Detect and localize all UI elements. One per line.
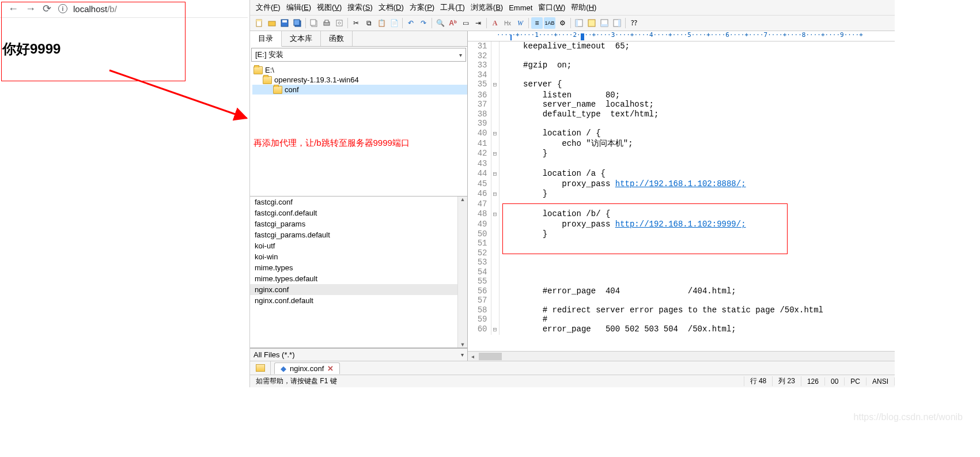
code-line[interactable]: proxy_pass http://192.168.1.102:8888/; — [499, 179, 823, 189]
code-line[interactable]: } — [499, 229, 823, 239]
doc-tab-nginx-conf[interactable]: ◆ nginx.conf ✕ — [274, 362, 340, 374]
code-line[interactable] — [499, 119, 823, 129]
clipboard-icon[interactable]: 📄 — [388, 17, 400, 29]
fold-toggle[interactable]: ⊟ — [491, 149, 499, 160]
menu-item[interactable]: 视图(V) — [315, 1, 344, 14]
code-line[interactable]: echo "访问本机"; — [499, 139, 823, 149]
fold-toggle[interactable]: ⊟ — [491, 324, 499, 335]
settings-icon[interactable]: ⚙ — [557, 17, 568, 29]
word-icon[interactable]: W — [514, 17, 526, 29]
code-line[interactable] — [499, 159, 823, 169]
cut-icon[interactable]: ✂ — [350, 17, 362, 29]
toolbar[interactable]: ✂ ⧉ 📋 📄 ↶ ↷ 🔍 Aᵇ ▭ ⇥ A Hx W ≡ 1AB ⚙ ⁇ — [250, 15, 895, 31]
code-line[interactable]: listen 80; — [499, 90, 823, 100]
code-line[interactable] — [499, 267, 823, 277]
drive-selector[interactable]: [E:] 安装 ▾ — [251, 48, 466, 62]
panel3-icon[interactable] — [599, 17, 610, 29]
panel2-icon[interactable] — [586, 17, 597, 29]
document-tabs[interactable]: ◆ nginx.conf ✕ — [250, 361, 895, 375]
file-row[interactable]: fastcgi.conf.default — [250, 207, 467, 218]
file-row[interactable]: koi-win — [250, 251, 467, 262]
menu-item[interactable]: 工具(T) — [438, 1, 467, 14]
file-list-scrollbar[interactable]: ▲▼ — [457, 197, 467, 348]
doc-tab-folder-icon[interactable] — [250, 361, 271, 375]
fold-toggle[interactable]: ⊟ — [491, 189, 499, 200]
menu-item[interactable]: 搜索(S) — [345, 1, 374, 14]
menu-bar[interactable]: 文件(F)编辑(E)视图(V)搜索(S)文档(D)方案(P)工具(T)浏览器(B… — [250, 0, 895, 15]
code-line[interactable]: server { — [499, 80, 823, 90]
help-cursor-icon[interactable]: ⁇ — [628, 17, 640, 29]
sidebar-tab[interactable]: 函数 — [321, 31, 353, 46]
tree-row[interactable]: conf — [252, 85, 467, 95]
code-editor[interactable]: 31 keepalive_timeout 65;3233 #gzip on;34… — [468, 41, 895, 351]
panel1-icon[interactable] — [573, 17, 585, 29]
code-line[interactable] — [499, 199, 823, 209]
tree-row[interactable]: E:\ — [252, 65, 467, 75]
replace-icon[interactable]: Aᵇ — [447, 17, 459, 29]
sidebar-tab[interactable]: 文本库 — [282, 31, 321, 46]
file-row[interactable]: koi-utf — [250, 240, 467, 251]
paste-icon[interactable]: 📋 — [376, 17, 387, 29]
menu-item[interactable]: 编辑(E) — [284, 1, 313, 14]
menu-item[interactable]: 方案(P) — [407, 1, 437, 14]
code-line[interactable]: location /a { — [499, 169, 823, 180]
url-link[interactable]: http://192.168.1.102:9999/; — [615, 220, 746, 229]
scroll-thumb[interactable] — [479, 353, 502, 360]
fold-toggle[interactable]: ⊟ — [491, 169, 499, 180]
file-row[interactable]: mime.types.default — [250, 273, 467, 284]
file-row[interactable]: nginx.conf.default — [250, 295, 467, 306]
fold-toggle[interactable]: ⊟ — [491, 80, 499, 90]
open-file-icon[interactable] — [266, 17, 278, 29]
code-line[interactable] — [499, 277, 823, 286]
list-icon[interactable]: ≡ — [531, 17, 543, 29]
fold-toggle[interactable]: ⊟ — [491, 129, 499, 139]
file-filter[interactable]: All Files (*.*) ▾ — [250, 348, 467, 361]
code-line[interactable]: #gzip on; — [499, 61, 823, 70]
code-line[interactable] — [499, 296, 823, 305]
copy2-icon[interactable]: ⧉ — [363, 17, 374, 29]
code-line[interactable]: default_type text/html; — [499, 109, 823, 119]
file-row[interactable]: fastcgi_params — [250, 218, 467, 229]
folder-tree[interactable]: E:\openresty-1.19.3.1-win64conf再添加代理，让/b… — [250, 63, 467, 197]
panel4-icon[interactable] — [611, 17, 623, 29]
code-line[interactable]: proxy_pass http://192.168.1.102:9999/; — [499, 220, 823, 229]
code-line[interactable] — [499, 51, 823, 61]
file-row[interactable]: mime.types — [250, 262, 467, 273]
code-line[interactable]: # redirect server error pages to the sta… — [499, 305, 823, 315]
file-row[interactable]: nginx.conf — [250, 284, 467, 295]
file-row[interactable]: fastcgi.conf — [250, 197, 467, 207]
url-link[interactable]: http://192.168.1.102:8888/; — [615, 179, 746, 188]
preview-icon[interactable] — [334, 17, 345, 29]
code-line[interactable]: location /b/ { — [499, 209, 823, 220]
menu-item[interactable]: Emmet — [506, 2, 535, 13]
undo-icon[interactable]: ↶ — [405, 17, 417, 29]
code-line[interactable]: } — [499, 149, 823, 160]
sidebar-tabs[interactable]: 目录文本库函数 — [250, 31, 467, 47]
menu-item[interactable]: 窗口(W) — [536, 1, 567, 14]
menu-item[interactable]: 文件(F) — [253, 1, 283, 14]
format-a-icon[interactable]: A — [489, 17, 501, 29]
bookmark-icon[interactable]: ▭ — [460, 17, 471, 29]
menu-item[interactable]: 浏览器(B) — [468, 1, 505, 14]
menu-item[interactable]: 文档(D) — [376, 1, 406, 14]
code-line[interactable] — [499, 239, 823, 248]
code-line[interactable] — [499, 258, 823, 267]
reload-icon[interactable]: ⟳ — [43, 3, 51, 14]
forward-icon[interactable]: → — [25, 3, 36, 14]
goto-icon[interactable]: ⇥ — [472, 17, 484, 29]
code-line[interactable] — [499, 70, 823, 80]
search-icon[interactable]: 🔍 — [434, 17, 446, 29]
horizontal-scrollbar[interactable]: ◂ — [468, 351, 895, 361]
save-icon[interactable] — [279, 17, 290, 29]
close-tab-icon[interactable]: ✕ — [327, 364, 334, 373]
redo-icon[interactable]: ↷ — [418, 17, 429, 29]
file-row[interactable]: fastcgi_params.default — [250, 229, 467, 240]
code-line[interactable]: error_page 500 502 503 504 /50x.html; — [499, 324, 823, 335]
code-line[interactable]: } — [499, 189, 823, 200]
url-display[interactable]: i localhost/b/ — [58, 4, 117, 14]
copy-icon[interactable] — [308, 17, 320, 29]
code-line[interactable] — [499, 248, 823, 258]
code-line[interactable]: # — [499, 315, 823, 324]
menu-item[interactable]: 帮助(H) — [569, 1, 599, 14]
fold-toggle[interactable]: ⊟ — [491, 209, 499, 220]
